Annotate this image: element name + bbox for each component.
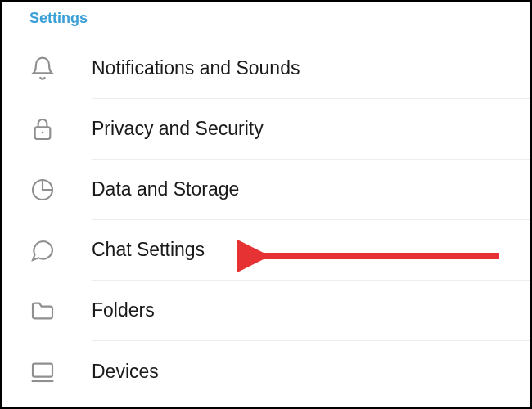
settings-row-folders[interactable]: Folders [2, 281, 530, 341]
svg-point-1 [42, 132, 44, 134]
chat-bubble-icon [2, 237, 92, 263]
settings-row-label: Notifications and Sounds [92, 57, 300, 79]
folder-icon [2, 298, 92, 324]
settings-list: Notifications and Sounds Privacy and Sec… [2, 38, 530, 402]
pie-chart-icon [2, 177, 92, 203]
settings-row-data[interactable]: Data and Storage [2, 160, 530, 220]
svg-rect-3 [33, 364, 52, 377]
bell-icon [2, 56, 92, 82]
settings-row-label: Chat Settings [92, 239, 205, 261]
settings-row-privacy[interactable]: Privacy and Security [2, 99, 530, 160]
settings-row-chat[interactable]: Chat Settings [2, 220, 530, 281]
settings-row-label: Folders [92, 299, 155, 321]
lock-icon [2, 116, 92, 142]
settings-row-devices[interactable]: Devices [2, 341, 530, 402]
settings-row-label: Data and Storage [92, 178, 239, 200]
device-icon [2, 358, 92, 384]
settings-section-header: Settings [2, 2, 530, 38]
settings-row-label: Devices [92, 361, 159, 383]
settings-row-notifications[interactable]: Notifications and Sounds [2, 38, 530, 99]
settings-row-label: Privacy and Security [92, 118, 264, 140]
